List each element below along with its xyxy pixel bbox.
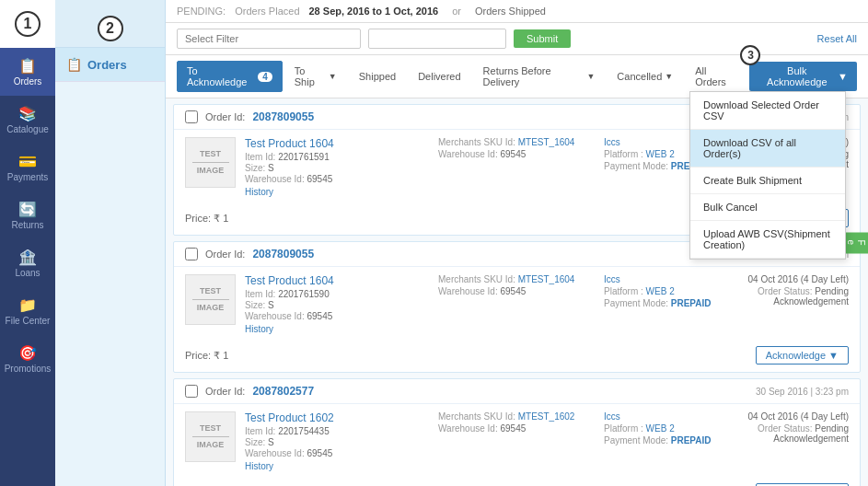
platform-key: Platform : xyxy=(604,286,646,296)
tab-to-ship-label: To Ship xyxy=(295,65,326,87)
merchant-sku-val: MTEST_1604 xyxy=(518,274,575,284)
order-status-line: Order Status: Pending Acknowledgement xyxy=(742,286,849,307)
warehouse-info-key: Warehouse Id: xyxy=(438,149,500,159)
order-body: TEST IMAGE Test Product 1602 Item Id: 22… xyxy=(174,404,860,480)
orders-placed-label: Orders Placed xyxy=(235,6,299,17)
product-img-text2: IMAGE xyxy=(197,303,225,313)
sidebar-item-file-center[interactable]: 📁 File Center xyxy=(0,287,55,335)
order-header: Order Id: 2087802577 30 Sep 2016 | 3:23 … xyxy=(174,379,860,404)
filter-submit-button[interactable]: Submit xyxy=(514,29,571,48)
history-link[interactable]: History xyxy=(245,187,273,197)
catalogue-icon: 📚 xyxy=(18,105,37,122)
filter-input-2[interactable] xyxy=(368,29,506,49)
bulk-acknowledge-button[interactable]: Bulk Acknowledge ▼ xyxy=(749,62,857,91)
merchant-sku-val: MTEST_1604 xyxy=(518,137,575,147)
sidebar-item-returns[interactable]: 🔄 Returns xyxy=(0,191,55,239)
platform-val: WEB 2 xyxy=(646,286,675,296)
sidebar-item-orders-label: Orders xyxy=(14,76,42,87)
sidebar-item-returns-label: Returns xyxy=(11,220,43,230)
orders-shipped-label: Orders Shipped xyxy=(475,6,546,17)
sidebar-item-loans[interactable]: 🏦 Loans xyxy=(0,239,55,287)
payment-key: Payment Mode: xyxy=(604,161,671,171)
tab-all-orders-label: All Orders xyxy=(695,65,737,87)
sidebar-item-payments[interactable]: 💳 Payments xyxy=(0,144,55,191)
tab-to-acknowledge[interactable]: To Acknowledge 4 xyxy=(177,61,283,92)
item-id-key: Item Id: xyxy=(245,152,278,162)
sidebar-item-orders[interactable]: 📋 Orders xyxy=(0,48,55,96)
tab-returns-before-delivery[interactable]: Returns Before Delivery ▼ xyxy=(473,61,606,92)
platform-line: Platform : WEB 2 xyxy=(604,423,733,434)
order-id-value[interactable]: 2087809055 xyxy=(252,248,314,260)
order-checkbox[interactable] xyxy=(185,248,198,260)
bulk-ack-dropdown: Download Selected Order CSV Download CSV… xyxy=(689,91,846,260)
merchant-sku-line: Merchants SKU Id: MTEST_1604 xyxy=(438,274,595,284)
product-details: Test Product 1604 Item Id: 2201761591 Si… xyxy=(245,137,429,198)
date-range: 28 Sep, 2016 to 1 Oct, 2016 xyxy=(309,6,439,17)
main-content: PENDING: Orders Placed 28 Sep, 2016 to 1… xyxy=(166,0,868,486)
tab-shipped[interactable]: Shipped xyxy=(349,66,406,87)
filter-reset-link[interactable]: Reset All xyxy=(817,33,857,44)
payment-key: Payment Mode: xyxy=(604,298,671,308)
loans-icon: 🏦 xyxy=(18,249,37,266)
acknowledge-button[interactable]: Acknowledge ▼ xyxy=(756,346,849,364)
platform-val: WEB 2 xyxy=(646,423,675,434)
warehouse-line: Warehouse Id: 69545 xyxy=(245,448,429,458)
product-img-text2: IMAGE xyxy=(197,166,225,176)
or-text: or xyxy=(452,6,461,17)
payments-icon: 💳 xyxy=(18,153,37,170)
payment-val: PREPAID xyxy=(671,435,712,446)
orders-icon: 📋 xyxy=(18,57,37,75)
tab-cancelled[interactable]: Cancelled ▼ xyxy=(607,66,683,87)
price-label: Price: ₹ 1 xyxy=(185,350,228,362)
pending-label: PENDING: xyxy=(177,6,226,17)
bulk-ack-container: 3 Bulk Acknowledge ▼ Download Selected O… xyxy=(749,62,857,91)
product-img-text: TEST xyxy=(200,423,221,434)
order-checkbox[interactable] xyxy=(185,385,198,398)
item-id-line: Item Id: 2201761591 xyxy=(245,152,429,162)
tab-to-ship[interactable]: To Ship ▼ xyxy=(284,61,347,92)
product-name[interactable]: Test Product 1604 xyxy=(245,137,429,150)
dropdown-upload-awb[interactable]: Upload AWB CSV(Shipment Creation) xyxy=(690,221,845,259)
sidebar-item-promotions[interactable]: 🎯 Promotions xyxy=(0,335,55,383)
history-link[interactable]: History xyxy=(245,324,273,334)
dropdown-download-all[interactable]: Download CSV of all Order(s) xyxy=(690,130,845,168)
product-name[interactable]: Test Product 1602 xyxy=(245,411,429,424)
order-id-prefix: Order Id: xyxy=(205,249,245,260)
filter-input-1[interactable] xyxy=(177,29,361,49)
warehouse-key: Warehouse Id: xyxy=(245,311,307,321)
tab-delivered-label: Delivered xyxy=(418,71,460,82)
dropdown-create-bulk[interactable]: Create Bulk Shipment xyxy=(690,168,845,194)
item-id-line: Item Id: 2201754435 xyxy=(245,426,429,436)
merchant-sku-val: MTEST_1602 xyxy=(518,411,575,422)
price-label: Price: ₹ 1 xyxy=(185,213,228,225)
platform-key: Platform : xyxy=(604,149,646,159)
merchant-sku-key: Merchants SKU Id: xyxy=(438,411,518,422)
order-status-info: 04 Oct 2016 (4 Day Left) Order Status: P… xyxy=(742,274,849,308)
tab-returns-label: Returns Before Delivery xyxy=(483,65,584,87)
history-link[interactable]: History xyxy=(245,461,273,471)
secondary-orders-icon: 📋 xyxy=(66,57,82,72)
sidebar-item-promotions-label: Promotions xyxy=(5,364,52,374)
sidebar-item-payments-label: Payments xyxy=(7,172,48,182)
warehouse-line: Warehouse Id: 69545 xyxy=(245,311,429,321)
order-id-value[interactable]: 2087809055 xyxy=(252,110,314,123)
item-id-key: Item Id: xyxy=(245,426,278,436)
tab-all-orders[interactable]: All Orders xyxy=(685,61,747,92)
size-key: Size: xyxy=(245,437,268,447)
order-checkbox[interactable] xyxy=(185,110,198,123)
warehouse-info-line: Warehouse Id: 69545 xyxy=(438,149,595,159)
size-key: Size: xyxy=(245,300,268,310)
merchant-info: Merchants SKU Id: MTEST_1604 Warehouse I… xyxy=(438,137,595,161)
sidebar-item-catalogue[interactable]: 📚 Catalogue xyxy=(0,96,55,144)
secondary-item-orders[interactable]: 📋 Orders xyxy=(55,48,165,82)
order-id-value[interactable]: 2087802577 xyxy=(252,385,314,398)
order-status-key: Order Status: xyxy=(758,286,815,296)
dropdown-download-selected[interactable]: Download Selected Order CSV xyxy=(690,92,845,130)
product-name[interactable]: Test Product 1604 xyxy=(245,274,429,287)
size-key: Size: xyxy=(245,163,268,173)
order-body: TEST IMAGE Test Product 1604 Item Id: 22… xyxy=(174,267,860,342)
merchant-sku-line: Merchants SKU Id: MTEST_1602 xyxy=(438,411,595,422)
tab-delivered[interactable]: Delivered xyxy=(408,66,470,87)
dropdown-bulk-cancel[interactable]: Bulk Cancel xyxy=(690,194,845,221)
warehouse-line: Warehouse Id: 69545 xyxy=(245,174,429,184)
